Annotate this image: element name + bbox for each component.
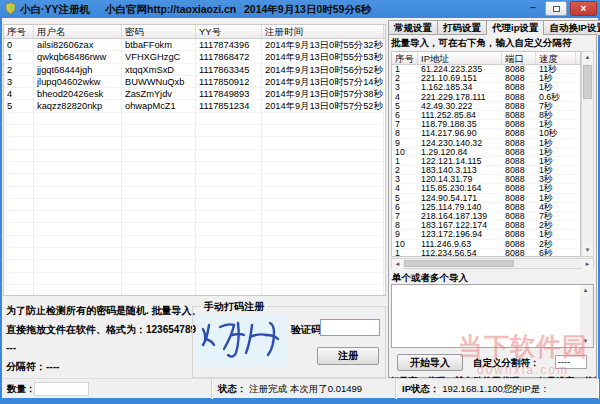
- table-cell: 8088: [502, 249, 536, 257]
- table-row[interactable]: [4, 150, 385, 162]
- start-import-button[interactable]: 开始导入: [397, 354, 463, 371]
- ip-table-horizontal-scrollbar[interactable]: ◄ ►: [391, 258, 594, 269]
- info-line: 直接拖放文件在软件、格式为：123654789----: [6, 321, 202, 358]
- table-cell: [34, 211, 122, 223]
- import-textarea-scrollbar[interactable]: ▲ ▼: [580, 285, 593, 347]
- table-row[interactable]: 101.29.120.8480881秒: [392, 148, 580, 157]
- quantity-value-field: [34, 382, 89, 396]
- scroll-down-icon[interactable]: ▼: [580, 336, 591, 347]
- column-header[interactable]: IP地址: [418, 52, 502, 64]
- table-row[interactable]: 6125.114.79.14080884秒: [392, 203, 580, 212]
- table-row[interactable]: 4115.85.230.16480881秒: [392, 184, 580, 193]
- table-cell: bheod20426esk: [34, 88, 122, 100]
- table-cell: [262, 260, 384, 272]
- table-cell: [262, 223, 384, 235]
- table-row[interactable]: 161.224.223.235808811秒: [392, 65, 580, 74]
- table-row[interactable]: 8114.217.96.90808810秒: [392, 129, 580, 138]
- table-row[interactable]: 3120.14.31.7980883秒: [392, 175, 580, 184]
- table-cell: [34, 113, 122, 125]
- table-row[interactable]: [4, 248, 385, 260]
- table-cell: 0.6秒: [536, 93, 576, 102]
- table-row[interactable]: 9123.172.196.9480881秒: [392, 230, 580, 239]
- minimize-button[interactable]: –: [524, 1, 542, 16]
- accounts-table-header: 序号用户名密码YY号注册时间: [4, 25, 385, 39]
- scroll-down-icon[interactable]: ▼: [582, 245, 593, 256]
- scrollbar-thumb[interactable]: [583, 65, 592, 99]
- table-row[interactable]: [4, 125, 385, 137]
- table-row[interactable]: 10111.246.9.6380882秒: [392, 240, 580, 249]
- table-cell: 8088: [502, 83, 536, 92]
- column-header[interactable]: 速度: [536, 52, 576, 64]
- table-cell: 123.172.196.94: [418, 230, 502, 239]
- table-row[interactable]: 2jjgqt68444jghxtqqXmSxD11178633452014年9月…: [4, 64, 385, 76]
- table-cell: [196, 137, 262, 149]
- table-row[interactable]: [4, 199, 385, 211]
- table-cell: 1117851234: [196, 100, 262, 112]
- table-row[interactable]: 3jlupq04602wkwBUWWNuQxb11178509122014年9月…: [4, 76, 385, 88]
- table-row[interactable]: 4221.229.178.11180880.6秒: [392, 93, 580, 102]
- table-cell: 1.162.185.34: [418, 83, 502, 92]
- table-row[interactable]: [4, 285, 385, 296]
- delimiter-input[interactable]: [555, 355, 587, 369]
- column-header[interactable]: 端口: [502, 52, 536, 64]
- table-row[interactable]: [4, 223, 385, 235]
- table-row[interactable]: 1122.121.14.11580881秒: [392, 157, 580, 166]
- captcha-input[interactable]: [320, 319, 380, 336]
- import-textarea[interactable]: ▲ ▼: [391, 284, 594, 348]
- table-row[interactable]: [4, 273, 385, 285]
- column-header[interactable]: 序号: [392, 52, 418, 64]
- table-row[interactable]: 2183.140.3.11380881秒: [392, 166, 580, 175]
- table-row[interactable]: 7118.79.188.3580881秒: [392, 120, 580, 129]
- table-row[interactable]: 4bheod20426eskZasZmYjdv11178498932014年9月…: [4, 88, 385, 100]
- table-cell: 11秒: [536, 65, 576, 74]
- table-cell: 1: [392, 249, 418, 257]
- table-cell: [196, 187, 262, 199]
- table-row[interactable]: 7218.164.187.13980887秒: [392, 212, 580, 221]
- table-cell: 61.224.223.235: [418, 65, 502, 74]
- maximize-button[interactable]: [545, 1, 567, 16]
- table-row[interactable]: [4, 260, 385, 272]
- table-cell: 5: [4, 100, 34, 112]
- column-header[interactable]: 注册时间: [262, 25, 384, 38]
- scroll-up-icon[interactable]: ▲: [580, 285, 591, 296]
- table-row[interactable]: [4, 187, 385, 199]
- table-row[interactable]: 5124.90.54.17180881秒: [392, 194, 580, 203]
- table-row[interactable]: 5kaqzz82820nkpohwapMcZ111178512342014年9月…: [4, 100, 385, 112]
- table-cell: 10秒: [536, 129, 576, 138]
- column-header[interactable]: 用户名: [34, 25, 122, 38]
- scroll-right-icon[interactable]: ►: [582, 259, 593, 270]
- table-row[interactable]: 9124.230.140.3280881秒: [392, 139, 580, 148]
- table-row[interactable]: 0ailsi82606zaxbtbaFFokm11178743962014年9月…: [4, 39, 385, 51]
- close-button[interactable]: ×: [570, 1, 597, 16]
- scroll-up-icon[interactable]: ▲: [582, 52, 593, 63]
- table-row[interactable]: [4, 113, 385, 125]
- column-header[interactable]: YY号: [196, 25, 262, 38]
- ip-table-vertical-scrollbar[interactable]: ▲ ▼: [581, 51, 594, 257]
- table-row[interactable]: 542.49.30.22280887秒: [392, 102, 580, 111]
- table-row[interactable]: [4, 236, 385, 248]
- table-cell: [196, 150, 262, 162]
- table-row[interactable]: 31.162.185.3480881秒: [392, 83, 580, 92]
- table-cell: VFHXGHzgC: [122, 51, 196, 63]
- table-row[interactable]: 8183.167.122.17480882秒: [392, 221, 580, 230]
- tab-proxy-ip-settings[interactable]: 代理ip设置: [486, 20, 544, 35]
- table-row[interactable]: [4, 137, 385, 149]
- column-header[interactable]: 序号: [4, 25, 34, 38]
- register-button[interactable]: 注册: [317, 347, 379, 365]
- table-row[interactable]: [4, 174, 385, 186]
- table-row[interactable]: 6111.252.85.8480888秒: [392, 111, 580, 120]
- table-row[interactable]: [4, 211, 385, 223]
- table-row[interactable]: [4, 162, 385, 174]
- table-row[interactable]: 2221.10.69.15180881秒: [392, 74, 580, 83]
- table-row[interactable]: 1qwkqb68486rwwVFHXGHzgC11178684722014年9月…: [4, 51, 385, 63]
- tab-general-settings[interactable]: 常规设置: [388, 20, 438, 35]
- scroll-left-icon[interactable]: ◄: [392, 259, 403, 270]
- tab-captcha-settings[interactable]: 打码设置: [437, 20, 487, 35]
- scrollbar-thumb[interactable]: [404, 260, 514, 267]
- tab-auto-ip-switch-settings[interactable]: 自动换IP设置: [543, 20, 600, 35]
- table-cell: 2秒: [536, 240, 576, 249]
- table-row[interactable]: 1112.234.56.5480886秒: [392, 249, 580, 257]
- table-cell: 8088: [502, 184, 536, 193]
- column-header[interactable]: 密码: [122, 25, 196, 38]
- table-cell: btbaFFokm: [122, 39, 196, 51]
